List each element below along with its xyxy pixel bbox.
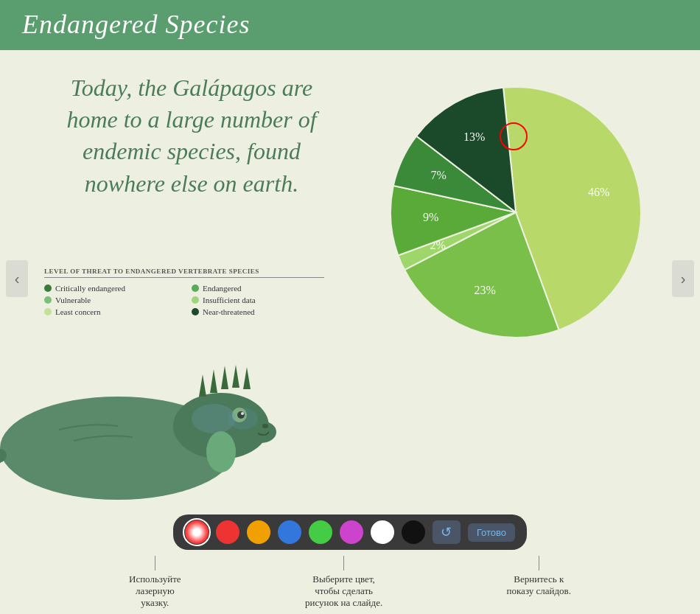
pie-chart-container: 46%23%2%9%7%13% — [376, 65, 656, 374]
tooltip-color: Выберите цвет,чтобы сделатьрисунок на сл… — [305, 556, 382, 609]
svg-point-12 — [206, 431, 236, 472]
color-button-black[interactable] — [402, 520, 425, 544]
legend-dot — [192, 285, 199, 292]
legend-label: Critically endangered — [55, 284, 125, 293]
pie-label: 7% — [430, 169, 446, 181]
main-text: Today, the Galápagos are home to a large… — [44, 72, 339, 200]
header: Endangered Species — [0, 0, 700, 50]
color-button-white[interactable] — [371, 520, 394, 544]
tool-bar-row: ↺Готово — [173, 514, 527, 550]
color-button-laser[interactable] — [185, 520, 209, 544]
nav-right-button[interactable]: › — [672, 260, 694, 297]
svg-marker-8 — [210, 369, 217, 393]
color-button-blue[interactable] — [278, 520, 301, 544]
svg-marker-10 — [232, 365, 239, 388]
pie-label: 46% — [588, 186, 609, 198]
color-button-yellow[interactable] — [247, 520, 270, 544]
pie-chart: 46%23%2%9%7%13% — [376, 65, 656, 345]
svg-marker-9 — [221, 366, 228, 389]
iguana-image — [0, 301, 280, 507]
page-title: Endangered Species — [22, 9, 251, 40]
pie-label: 9% — [423, 211, 438, 223]
done-button[interactable]: Готово — [468, 523, 515, 542]
tooltip-done: Вернитесь кпоказу слайдов. — [507, 556, 571, 609]
svg-point-6 — [262, 424, 268, 428]
iguana-svg — [0, 301, 280, 507]
undo-button[interactable]: ↺ — [433, 520, 461, 544]
svg-marker-7 — [199, 374, 206, 397]
pie-label: 23% — [474, 284, 495, 296]
legend-item: Endangered — [192, 284, 324, 293]
nav-left-button[interactable]: ‹ — [6, 260, 28, 297]
legend-dot — [44, 285, 52, 292]
tooltip-laser: Используйтелазернуюуказку. — [129, 556, 181, 609]
svg-point-14 — [228, 408, 258, 430]
chevron-right-icon: › — [681, 271, 686, 287]
svg-marker-11 — [243, 367, 251, 389]
chevron-left-icon: ‹ — [15, 271, 20, 287]
toolbar: ↺Готово Используйтелазернуюуказку. Выбер… — [0, 507, 700, 614]
slide-area: ‹ › Today, the Galápagos are home to a l… — [0, 50, 700, 507]
legend-item: Critically endangered — [44, 284, 177, 293]
color-button-purple[interactable] — [340, 520, 363, 544]
pie-label: 13% — [463, 130, 485, 143]
color-button-green[interactable] — [309, 520, 332, 544]
color-button-red[interactable] — [216, 520, 239, 544]
tooltip-labels: Используйтелазернуюуказку. Выберите цвет… — [129, 556, 571, 609]
chart-label-title: LEVEL OF THREAT TO ENDANGERED VERTEBRATE… — [44, 268, 324, 278]
legend-label: Endangered — [203, 284, 242, 293]
